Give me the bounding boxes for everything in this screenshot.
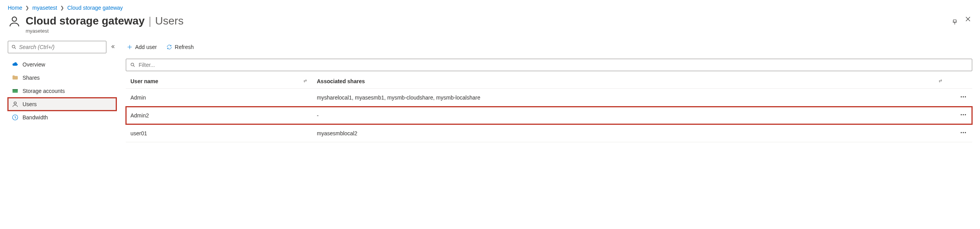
table-row[interactable]: user01 myasesmblocal2 bbox=[126, 124, 972, 142]
cell-shares: myasesmblocal2 bbox=[317, 130, 952, 136]
svg-point-0 bbox=[12, 17, 16, 21]
plus-icon bbox=[127, 44, 133, 50]
close-button[interactable] bbox=[964, 15, 972, 24]
resource-name: myasetest bbox=[26, 28, 938, 34]
svg-point-10 bbox=[965, 96, 966, 98]
cell-username: Admin bbox=[130, 94, 317, 101]
refresh-button[interactable]: Refresh bbox=[165, 42, 195, 52]
row-more-button[interactable] bbox=[959, 128, 968, 138]
column-label: User name bbox=[130, 78, 158, 84]
svg-point-13 bbox=[965, 114, 966, 115]
sidebar-search[interactable] bbox=[8, 41, 106, 53]
search-icon bbox=[11, 44, 17, 50]
row-more-button[interactable] bbox=[959, 93, 968, 102]
svg-point-12 bbox=[963, 114, 964, 115]
main-content: Add user Refresh User name bbox=[126, 41, 972, 142]
page-subtitle: Users bbox=[155, 15, 184, 27]
column-header-username[interactable]: User name bbox=[130, 78, 317, 84]
cell-username: user01 bbox=[130, 130, 317, 136]
svg-point-14 bbox=[961, 132, 962, 133]
table-header: User name Associated shares bbox=[126, 74, 972, 89]
search-icon bbox=[130, 62, 136, 68]
svg-point-2 bbox=[12, 45, 15, 48]
chevron-right-icon: ❯ bbox=[25, 5, 29, 10]
sidebar-item-overview[interactable]: Overview bbox=[8, 58, 116, 71]
sidebar-item-label: Shares bbox=[23, 75, 40, 81]
cell-shares: - bbox=[317, 112, 952, 119]
folder-icon bbox=[12, 74, 19, 81]
sidebar-item-storage-accounts[interactable]: Storage accounts bbox=[8, 84, 116, 98]
svg-point-9 bbox=[963, 96, 964, 98]
svg-rect-4 bbox=[12, 89, 18, 90]
sidebar-item-label: Bandwidth bbox=[23, 114, 48, 121]
cell-username: Admin2 bbox=[130, 112, 317, 119]
breadcrumb-link-resource[interactable]: myasetest bbox=[32, 5, 57, 11]
filter-input[interactable] bbox=[139, 62, 968, 68]
row-more-button[interactable] bbox=[959, 110, 968, 120]
svg-point-16 bbox=[965, 132, 966, 133]
sidebar-item-users[interactable]: Users bbox=[8, 98, 116, 111]
sidebar-item-label: Users bbox=[23, 101, 37, 107]
sidebar-search-input[interactable] bbox=[19, 44, 103, 50]
user-icon bbox=[12, 101, 19, 108]
more-icon bbox=[960, 93, 967, 100]
svg-rect-1 bbox=[953, 20, 956, 22]
svg-point-15 bbox=[963, 132, 964, 133]
refresh-label: Refresh bbox=[175, 44, 194, 50]
sort-icon bbox=[303, 78, 317, 84]
more-icon bbox=[960, 129, 967, 136]
storage-icon bbox=[12, 87, 19, 94]
breadcrumb: Home ❯ myasetest ❯ Cloud storage gateway bbox=[8, 5, 972, 11]
page-title: Cloud storage gateway bbox=[26, 15, 145, 27]
user-icon bbox=[8, 15, 21, 29]
sidebar-item-bandwidth[interactable]: Bandwidth bbox=[8, 111, 116, 124]
sidebar-item-label: Storage accounts bbox=[23, 88, 65, 94]
pin-button[interactable] bbox=[950, 18, 959, 28]
chevron-right-icon: ❯ bbox=[60, 5, 64, 10]
table-row[interactable]: Admin mysharelocal1, myasesmb1, mysmb-cl… bbox=[126, 89, 972, 107]
sidebar-item-label: Overview bbox=[23, 61, 45, 68]
table-row[interactable]: Admin2 - bbox=[126, 107, 972, 124]
cloud-icon bbox=[12, 61, 19, 68]
sidebar-item-shares[interactable]: Shares bbox=[8, 71, 116, 84]
collapse-sidebar-button[interactable] bbox=[109, 43, 116, 51]
title-separator: | bbox=[146, 15, 153, 27]
filter-box[interactable] bbox=[126, 59, 972, 71]
column-header-shares[interactable]: Associated shares bbox=[317, 78, 952, 84]
svg-point-5 bbox=[14, 102, 16, 104]
column-label: Associated shares bbox=[317, 78, 365, 84]
add-user-label: Add user bbox=[135, 44, 157, 50]
sort-icon bbox=[938, 78, 952, 84]
more-icon bbox=[960, 111, 967, 118]
add-user-button[interactable]: Add user bbox=[126, 42, 158, 52]
toolbar: Add user Refresh bbox=[126, 41, 972, 53]
sidebar-nav: Overview Shares Storage accounts bbox=[8, 58, 116, 124]
page-header: Cloud storage gateway | Users myasetest bbox=[8, 15, 972, 34]
breadcrumb-link-home[interactable]: Home bbox=[8, 5, 22, 11]
svg-point-7 bbox=[131, 63, 134, 66]
svg-point-8 bbox=[961, 96, 962, 98]
refresh-icon bbox=[166, 44, 172, 50]
sidebar: Overview Shares Storage accounts bbox=[8, 41, 116, 142]
svg-point-11 bbox=[961, 114, 962, 115]
bandwidth-icon bbox=[12, 114, 19, 121]
cell-shares: mysharelocal1, myasesmb1, mysmb-cloudsha… bbox=[317, 94, 952, 101]
breadcrumb-link-page[interactable]: Cloud storage gateway bbox=[67, 5, 123, 11]
